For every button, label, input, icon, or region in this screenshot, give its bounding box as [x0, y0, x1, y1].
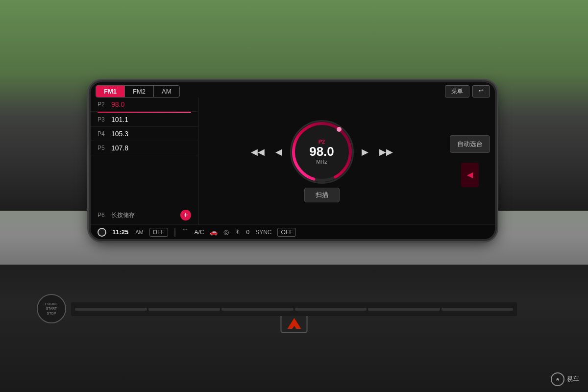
target-icon: ◎	[223, 228, 229, 236]
fan-speed: 0	[246, 229, 249, 236]
scan-button[interactable]: 扫描	[304, 188, 340, 202]
long-press-label: 长按储存	[111, 211, 180, 220]
screen-bezel: FM1 FM2 AM 菜单 ↩ P2 98.0	[91, 82, 495, 239]
top-right-buttons: 菜单 ↩	[445, 85, 490, 98]
preset-freq-p4: 105.3	[111, 130, 128, 138]
forward-fast-button[interactable]: ▶▶	[376, 145, 396, 159]
svg-point-2	[337, 127, 342, 132]
screen-content: FM1 FM2 AM 菜单 ↩ P2 98.0	[91, 82, 495, 239]
dial-center-display: P2 98.0 MHz	[309, 139, 334, 165]
tab-fm1[interactable]: FM1	[96, 86, 125, 97]
dial-frequency: 98.0	[309, 145, 334, 159]
watermark-icon: e	[551, 372, 564, 386]
add-preset-row: P6 长按储存 +	[91, 206, 198, 224]
right-controls: 自动选台 ◀	[445, 98, 495, 224]
preset-freq-p5: 107.8	[111, 144, 128, 152]
fan-icon: ✳	[235, 228, 240, 236]
back-button[interactable]: ↩	[472, 85, 490, 98]
preset-label-p2: P2	[98, 101, 111, 108]
preset-item-p5[interactable]: P5 107.8	[91, 141, 198, 155]
moon-icon	[98, 228, 106, 237]
hazard-button[interactable]	[281, 314, 308, 333]
preset-label-p5: P5	[98, 145, 111, 151]
engine-start-button[interactable]: ENGINESTARTSTOP	[37, 294, 66, 323]
menu-button[interactable]: 菜单	[445, 85, 469, 98]
preset-freq-p2: 98.0	[111, 100, 124, 108]
main-content: P2 98.0 P3 101.1 P4 105.3	[91, 98, 495, 224]
bottom-action-buttons: 扫描	[304, 188, 340, 202]
preset-label-p6: P6	[98, 212, 111, 219]
preset-item-p3[interactable]: P3 101.1	[91, 113, 198, 127]
status-bar: 11:25 AM OFF | ⌒ A/C 🚗 ◎ ✳ 0 SYNC OFF	[91, 224, 495, 239]
engine-text: ENGINESTARTSTOP	[45, 302, 58, 315]
clock-ampm: AM	[135, 229, 144, 235]
sync-off-status: OFF	[277, 228, 296, 237]
forward-button[interactable]: ▶	[359, 145, 371, 159]
right-scroll-button[interactable]: ◀	[461, 163, 479, 187]
preset-freq-p3: 101.1	[111, 116, 128, 123]
car-icon: 🚗	[210, 228, 218, 236]
watermark-text: 易车	[566, 375, 579, 384]
infotainment-screen: FM1 FM2 AM 菜单 ↩ P2 98.0	[91, 82, 495, 239]
radio-tab-group: FM1 FM2 AM	[96, 85, 180, 98]
rewind-button[interactable]: ◀	[272, 145, 285, 159]
wiper-icon: ⌒	[182, 228, 188, 237]
preset-label-p4: P4	[98, 130, 111, 137]
preset-item-p2[interactable]: P2 98.0	[91, 98, 198, 112]
playback-controls: ◀◀ ◀	[198, 120, 445, 184]
ac-off-status: OFF	[149, 228, 168, 237]
tab-am[interactable]: AM	[154, 86, 179, 97]
tab-fm2[interactable]: FM2	[125, 86, 154, 97]
preset-label-p3: P3	[98, 116, 111, 123]
sync-label: SYNC	[255, 229, 271, 236]
preset-list: P2 98.0 P3 101.1 P4 105.3	[91, 98, 198, 224]
dial-unit: MHz	[309, 159, 334, 165]
vent-strip-center	[71, 302, 517, 316]
clock-time: 11:25	[112, 228, 128, 236]
tabs-bar: FM1 FM2 AM 菜单 ↩	[91, 82, 495, 98]
center-controls: ◀◀ ◀	[198, 98, 445, 224]
rewind-fast-button[interactable]: ◀◀	[248, 145, 268, 159]
add-preset-button[interactable]: +	[180, 210, 191, 220]
ac-label: A/C	[194, 229, 204, 236]
watermark: e 易车	[551, 372, 579, 386]
hazard-triangle-inner	[290, 326, 298, 332]
status-divider-1: |	[174, 227, 176, 237]
auto-select-button[interactable]: 自动选台	[450, 135, 490, 153]
frequency-dial[interactable]: P2 98.0 MHz	[290, 120, 354, 184]
preset-item-p4[interactable]: P4 105.3	[91, 127, 198, 141]
